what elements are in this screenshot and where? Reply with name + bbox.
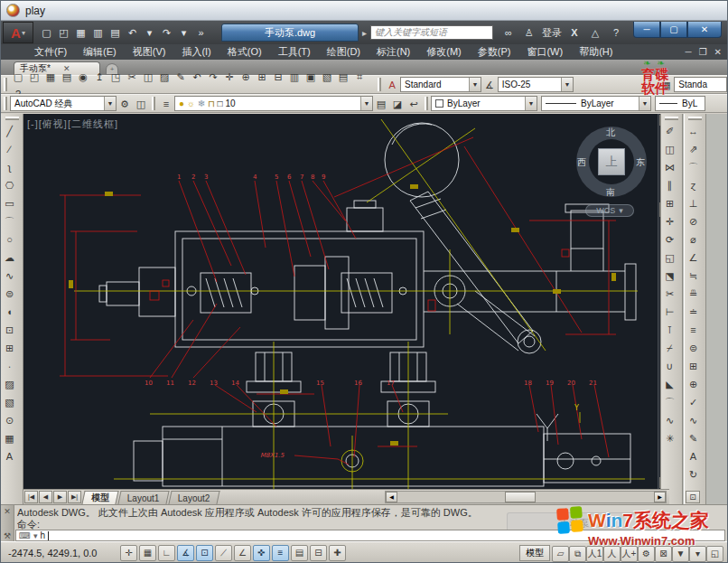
menu-item[interactable]: 绘图(D) — [319, 44, 369, 60]
erase-icon[interactable]: ✐ — [661, 123, 678, 140]
toolbar-grip[interactable] — [378, 78, 381, 91]
qnew-icon[interactable]: ▢ — [10, 69, 26, 85]
trim-icon[interactable]: ✂ — [661, 286, 678, 303]
dim-baseline-icon[interactable]: ≞ — [685, 286, 702, 303]
quick-view-drawings-icon[interactable]: ⧉ — [569, 546, 586, 562]
redo-icon[interactable]: ↷ — [205, 69, 221, 85]
dim-angular-icon[interactable]: ∠ — [685, 249, 702, 267]
dim-style-icon[interactable]: ∡ — [481, 77, 498, 93]
mdi-restore-icon[interactable]: ❐ — [697, 44, 709, 60]
mdi-minimize-icon[interactable]: ─ — [684, 44, 694, 60]
menu-item[interactable]: 帮助(H) — [571, 44, 621, 60]
array-icon[interactable]: ⊞ — [661, 195, 678, 212]
break-icon[interactable]: ⌿ — [661, 340, 678, 357]
match-properties-icon[interactable]: ✎ — [173, 69, 189, 85]
arc-icon[interactable]: ⌒ — [1, 213, 18, 230]
workspace-settings-icon[interactable]: ⚙ — [117, 96, 133, 112]
explode-icon[interactable]: ✳ — [661, 430, 678, 447]
menu-item[interactable]: 参数(P) — [470, 44, 519, 60]
quick-dim-icon[interactable]: ≒ — [685, 267, 702, 285]
open-icon[interactable]: ◰ — [26, 69, 42, 85]
status-menu-icon[interactable]: ▾ — [689, 546, 706, 562]
polar-toggle[interactable]: ∡ — [177, 545, 194, 561]
toolbar-grip[interactable] — [688, 117, 702, 120]
dim-style-combo[interactable]: ISO-25▼ — [498, 77, 574, 92]
drawing-canvas[interactable]: [-][俯视][二维线框] — [23, 114, 658, 489]
annotation-visibility-icon[interactable]: 人 — [603, 546, 621, 562]
polyline-icon[interactable]: ʅ — [1, 159, 18, 176]
help-icon[interactable]: ? — [608, 24, 624, 41]
zoom-window-icon[interactable]: ⊞ — [254, 69, 270, 85]
tab-model[interactable]: 模型 — [81, 491, 118, 504]
save-icon[interactable]: ▦ — [73, 24, 89, 41]
mdi-close-icon[interactable]: ✕ — [713, 44, 723, 60]
user-icon[interactable]: ♙ — [521, 24, 537, 41]
text-style-combo[interactable]: Standard▼ — [400, 77, 481, 92]
mirror-icon[interactable]: ⋈ — [661, 159, 678, 176]
search-input[interactable]: 键入关键字或短语 — [370, 25, 493, 40]
minimize-button[interactable]: ─ — [633, 22, 660, 38]
hatch-icon[interactable]: ▨ — [1, 376, 18, 393]
table-style-combo[interactable]: Standa — [674, 77, 727, 92]
dim-space-icon[interactable]: ≡ — [685, 322, 702, 339]
scroll-left-icon[interactable]: ◀ — [386, 492, 397, 502]
menu-item[interactable]: 标注(N) — [369, 44, 418, 60]
recent-commands-icon[interactable]: ▾ — [33, 531, 38, 540]
compass-east[interactable]: 东 — [636, 156, 645, 169]
chevron-down-icon[interactable]: ▼ — [525, 97, 537, 110]
polygon-icon[interactable]: ⎔ — [1, 177, 18, 194]
a360-icon[interactable]: △ — [587, 24, 603, 41]
layer-freeze-icon[interactable]: ❄ — [198, 99, 205, 108]
toolbar-grip[interactable] — [425, 97, 428, 110]
menu-item[interactable]: 插入(I) — [173, 44, 219, 60]
toolbar-grip[interactable] — [665, 117, 678, 120]
annotation-autoscale-icon[interactable]: 人+ — [621, 546, 638, 562]
menu-item[interactable]: 窗口(W) — [518, 44, 571, 60]
doc-tab-next-icon[interactable]: ▸ — [362, 28, 367, 38]
fillet-icon[interactable]: ⌒ — [661, 394, 678, 411]
rectangle-icon[interactable]: ▭ — [1, 195, 18, 212]
menu-item[interactable]: 格式(O) — [219, 44, 270, 60]
ortho-toggle[interactable]: ∟ — [158, 545, 175, 561]
toolbar-grip[interactable] — [152, 97, 155, 110]
workspace-save-icon[interactable]: ◫ — [133, 96, 149, 112]
stretch-icon[interactable]: ⬔ — [661, 267, 678, 285]
move-icon[interactable]: ✛ — [661, 213, 678, 230]
search-icon[interactable]: ∞ — [500, 24, 517, 41]
dim-linear-icon[interactable]: ↔ — [685, 123, 702, 140]
menu-item[interactable]: 编辑(E) — [75, 44, 125, 60]
title-bar[interactable]: play — [1, 1, 727, 21]
ellipse-icon[interactable]: ⊜ — [1, 286, 18, 303]
dim-inspect-icon[interactable]: ✓ — [685, 394, 702, 411]
menu-item[interactable]: 视图(V) — [125, 44, 174, 60]
menu-item[interactable]: 修改(M) — [418, 44, 470, 60]
tab-layout2[interactable]: Layout2 — [168, 491, 219, 504]
extend-icon[interactable]: ⊢ — [661, 304, 678, 321]
clean-screen-icon[interactable]: ◱ — [706, 546, 723, 562]
workspace-combo[interactable]: AutoCAD 经典▼ — [10, 96, 117, 111]
toolbar-grip[interactable] — [4, 97, 7, 110]
dim-diameter-icon[interactable]: ⌀ — [685, 231, 702, 249]
offset-icon[interactable]: ∥ — [661, 177, 678, 194]
dim-edit-icon[interactable]: ✎ — [685, 430, 702, 447]
open-icon[interactable]: ◰ — [56, 24, 71, 41]
quick-properties-toggle[interactable]: ▤ — [291, 545, 308, 561]
compass-north[interactable]: 北 — [606, 127, 615, 139]
selection-cycling-toggle[interactable]: ⊟ — [310, 545, 327, 561]
layer-states-icon[interactable]: ▤ — [373, 96, 389, 112]
view-cube-top[interactable]: 上 — [598, 148, 625, 175]
wrench-icon[interactable]: ⚒ — [4, 531, 11, 540]
grid-toggle[interactable]: ▦ — [139, 545, 156, 561]
revcloud-icon[interactable]: ☁ — [1, 249, 18, 267]
dim-update-icon[interactable]: ↻ — [685, 466, 702, 483]
undo-dropdown-icon[interactable]: ▾ — [142, 24, 157, 41]
cut-icon[interactable]: ✂ — [124, 69, 140, 85]
tab-nav-last-icon[interactable]: ▶| — [68, 491, 81, 503]
chevron-down-icon[interactable]: ▼ — [469, 78, 481, 91]
pan-icon[interactable]: ✛ — [221, 69, 238, 85]
tab-nav-first-icon[interactable]: |◀ — [24, 491, 38, 503]
redo-dropdown-icon[interactable]: ▾ — [176, 24, 191, 41]
dim-textedit-icon[interactable]: A — [685, 448, 702, 465]
rotate-icon[interactable]: ⟳ — [661, 231, 678, 249]
insert-block-icon[interactable]: ⊡ — [1, 322, 18, 339]
